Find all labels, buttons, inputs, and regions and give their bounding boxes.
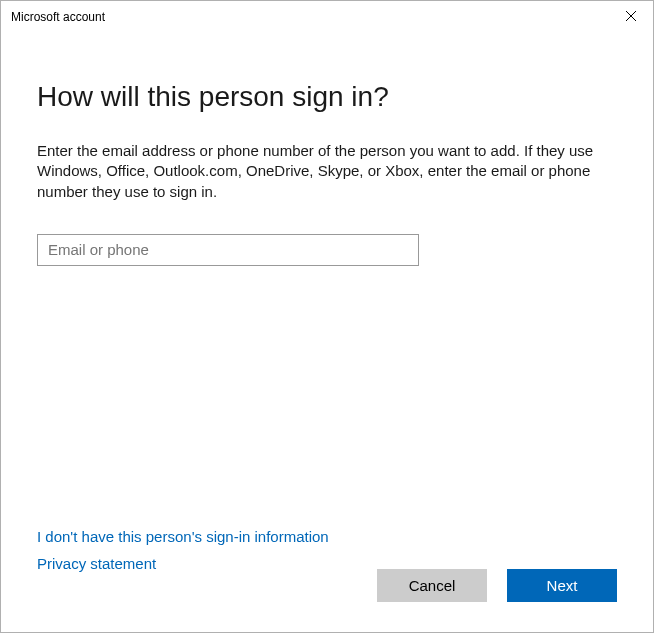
close-button[interactable] — [608, 1, 653, 33]
description-text: Enter the email address or phone number … — [37, 141, 597, 202]
close-icon — [626, 10, 636, 24]
email-or-phone-input[interactable] — [37, 234, 419, 266]
dialog-body: How will this person sign in? Enter the … — [1, 33, 653, 632]
content-area: How will this person sign in? Enter the … — [1, 33, 653, 266]
no-signin-info-link[interactable]: I don't have this person's sign-in infor… — [37, 528, 329, 545]
page-heading: How will this person sign in? — [37, 81, 617, 113]
privacy-statement-link[interactable]: Privacy statement — [37, 555, 329, 572]
links-section: I don't have this person's sign-in infor… — [37, 528, 329, 582]
titlebar: Microsoft account — [1, 1, 653, 33]
next-button[interactable]: Next — [507, 569, 617, 602]
cancel-button[interactable]: Cancel — [377, 569, 487, 602]
window-title: Microsoft account — [11, 1, 105, 33]
footer-buttons: Cancel Next — [377, 569, 617, 602]
